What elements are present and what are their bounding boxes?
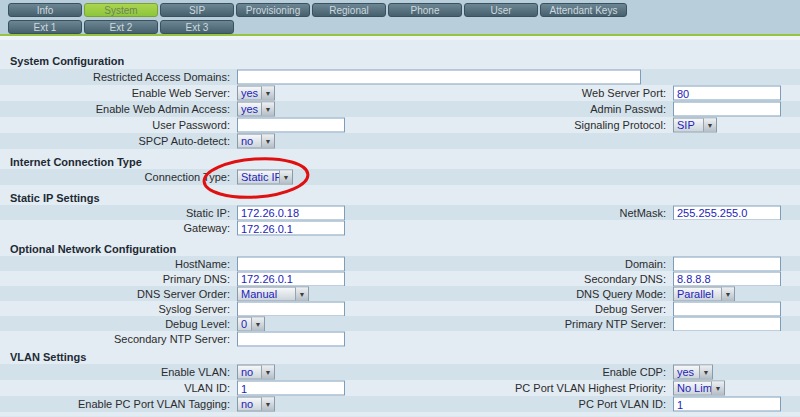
dropdown-arrow-icon: ▼ xyxy=(261,135,274,148)
netmask-input[interactable] xyxy=(673,205,781,220)
user-password-label: User Password: xyxy=(0,119,230,131)
section-optional-network-configuration: Optional Network Configuration xyxy=(0,241,800,256)
tab-phone[interactable]: Phone xyxy=(388,3,462,17)
restricted-access-domains-label: Restricted Access Domains: xyxy=(0,71,230,83)
tab-attendant-keys[interactable]: Attendant Keys xyxy=(540,3,627,17)
web-server-port-input[interactable] xyxy=(673,86,781,101)
enable-pc-port-vlan-tagging-label: Enable PC Port VLAN Tagging: xyxy=(0,398,230,410)
secondary-dns-label: Secondary DNS: xyxy=(420,273,666,285)
vlan-id-input[interactable] xyxy=(237,381,345,396)
tab-ext-1[interactable]: Ext 1 xyxy=(8,20,82,34)
row-user-password: User Password: Signaling Protocol: SIP▼ xyxy=(0,117,800,133)
netmask-label: NetMask: xyxy=(420,207,666,219)
section-static-ip-settings: Static IP Settings xyxy=(0,190,800,205)
section-title: Optional Network Configuration xyxy=(10,243,176,255)
user-password-input[interactable] xyxy=(237,118,345,133)
connection-type-select[interactable]: Static IP▼ xyxy=(237,170,293,185)
debug-server-label: Debug Server: xyxy=(420,303,666,315)
row-vlan-id: VLAN ID: PC Port VLAN Highest Priority: … xyxy=(0,380,800,396)
hostname-label: HostName: xyxy=(0,258,230,270)
dropdown-arrow-icon: ▼ xyxy=(261,366,274,379)
tab-ext-2[interactable]: Ext 2 xyxy=(84,20,158,34)
section-vlan-settings: VLAN Settings xyxy=(0,350,800,364)
primary-dns-label: Primary DNS: xyxy=(0,273,230,285)
row-connection-type: Connection Type: Static IP▼ xyxy=(0,169,800,185)
extension-tab-bar: Ext 1 Ext 2 Ext 3 xyxy=(0,20,800,34)
spcp-auto-detect-select[interactable]: no▼ xyxy=(237,134,275,149)
debug-level-select[interactable]: 0▼ xyxy=(237,316,265,331)
settings-page: System Configuration Restricted Access D… xyxy=(0,40,800,416)
row-secondary-ntp-server: Secondary NTP Server: xyxy=(0,331,800,346)
row-spcp-auto-detect: SPCP Auto-detect: no▼ xyxy=(0,133,800,149)
dropdown-arrow-icon: ▼ xyxy=(261,103,274,116)
primary-dns-input[interactable] xyxy=(237,271,345,286)
row-enable-web-admin-access: Enable Web Admin Access: yes▼ Admin Pass… xyxy=(0,101,800,117)
enable-pc-port-vlan-tagging-select[interactable]: no▼ xyxy=(237,397,275,412)
section-system-configuration: System Configuration xyxy=(0,53,800,69)
row-restricted-access-domains: Restricted Access Domains: xyxy=(0,69,800,85)
secondary-ntp-server-label: Secondary NTP Server: xyxy=(0,333,230,345)
row-hostname: HostName: Domain: xyxy=(0,256,800,271)
tab-regional[interactable]: Regional xyxy=(312,3,386,17)
dropdown-arrow-icon: ▼ xyxy=(295,287,308,300)
enable-web-admin-access-label: Enable Web Admin Access: xyxy=(0,103,230,115)
syslog-server-label: Syslog Server: xyxy=(0,303,230,315)
primary-ntp-server-input[interactable] xyxy=(673,316,781,331)
tab-sip[interactable]: SIP xyxy=(160,3,234,17)
signaling-protocol-label: Signaling Protocol: xyxy=(420,119,666,131)
section-title: System Configuration xyxy=(10,55,124,67)
tab-ext-3[interactable]: Ext 3 xyxy=(160,20,234,34)
dns-query-mode-select[interactable]: Parallel▼ xyxy=(673,286,735,301)
web-server-port-label: Web Server Port: xyxy=(420,87,666,99)
admin-passwd-label: Admin Passwd: xyxy=(420,103,666,115)
row-primary-dns: Primary DNS: Secondary DNS: xyxy=(0,271,800,286)
signaling-protocol-select[interactable]: SIP▼ xyxy=(673,118,717,133)
enable-vlan-label: Enable VLAN: xyxy=(0,366,230,378)
row-enable-pc-port-vlan-tagging: Enable PC Port VLAN Tagging: no▼ PC Port… xyxy=(0,396,800,412)
syslog-server-input[interactable] xyxy=(237,301,345,316)
enable-web-server-select[interactable]: yes▼ xyxy=(237,86,275,101)
row-debug-level: Debug Level: 0▼ Primary NTP Server: xyxy=(0,316,800,331)
dropdown-arrow-icon: ▼ xyxy=(279,171,292,184)
pc-port-vlan-highest-priority-select[interactable]: No Limit▼ xyxy=(673,381,725,396)
pc-port-vlan-highest-priority-label: PC Port VLAN Highest Priority: xyxy=(420,382,666,394)
vlan-id-label: VLAN ID: xyxy=(0,382,230,394)
dropdown-arrow-icon: ▼ xyxy=(699,366,712,379)
tab-user[interactable]: User xyxy=(464,3,538,17)
enable-vlan-select[interactable]: no▼ xyxy=(237,365,275,380)
domain-input[interactable] xyxy=(673,256,781,271)
static-ip-input[interactable] xyxy=(237,205,345,220)
debug-level-label: Debug Level: xyxy=(0,318,230,330)
admin-passwd-input[interactable] xyxy=(673,102,781,117)
dropdown-arrow-icon: ▼ xyxy=(703,119,716,132)
secondary-ntp-server-input[interactable] xyxy=(237,331,345,346)
enable-web-admin-access-select[interactable]: yes▼ xyxy=(237,102,275,117)
dropdown-arrow-icon: ▼ xyxy=(711,382,724,395)
enable-cdp-select[interactable]: yes▼ xyxy=(673,365,713,380)
row-static-ip: Static IP: NetMask: xyxy=(0,205,800,220)
connection-type-label: Connection Type: xyxy=(0,171,230,183)
dropdown-arrow-icon: ▼ xyxy=(721,287,734,300)
dns-server-order-select[interactable]: Manual▼ xyxy=(237,286,309,301)
pc-port-vlan-id-input[interactable] xyxy=(673,397,781,412)
tab-system[interactable]: System xyxy=(84,3,158,17)
spcp-auto-detect-label: SPCP Auto-detect: xyxy=(0,135,230,147)
tab-info[interactable]: Info xyxy=(8,3,82,17)
secondary-dns-input[interactable] xyxy=(673,271,781,286)
section-title: VLAN Settings xyxy=(10,351,86,363)
hostname-input[interactable] xyxy=(237,256,345,271)
primary-ntp-server-label: Primary NTP Server: xyxy=(420,318,666,330)
row-gateway: Gateway: xyxy=(0,220,800,236)
static-ip-label: Static IP: xyxy=(0,207,230,219)
header: Info System SIP Provisioning Regional Ph… xyxy=(0,0,800,34)
primary-tab-bar: Info System SIP Provisioning Regional Ph… xyxy=(0,3,800,17)
section-title: Internet Connection Type xyxy=(10,156,142,168)
dns-query-mode-label: DNS Query Mode: xyxy=(420,288,666,300)
tab-provisioning[interactable]: Provisioning xyxy=(236,3,310,17)
row-enable-vlan: Enable VLAN: no▼ Enable CDP: yes▼ xyxy=(0,364,800,380)
pc-port-vlan-id-label: PC Port VLAN ID: xyxy=(420,398,666,410)
debug-server-input[interactable] xyxy=(673,301,781,316)
enable-web-server-label: Enable Web Server: xyxy=(0,87,230,99)
restricted-access-domains-input[interactable] xyxy=(237,70,641,85)
gateway-input[interactable] xyxy=(237,221,345,236)
